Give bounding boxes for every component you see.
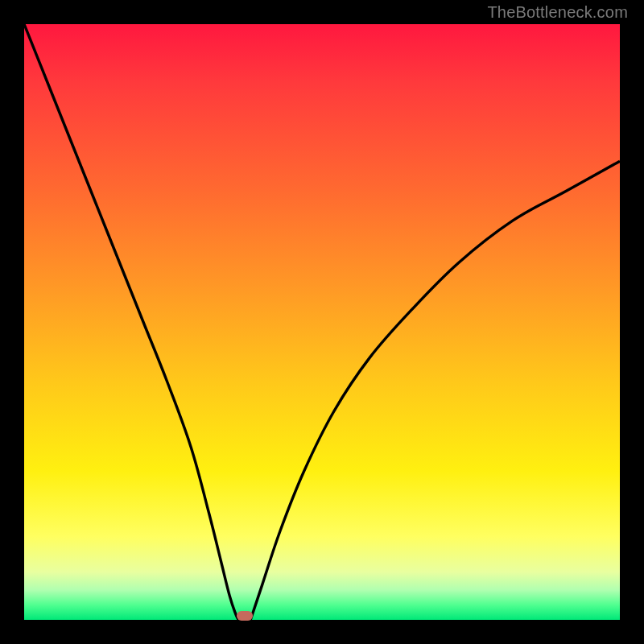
- curve-left-branch: [24, 24, 238, 620]
- chart-frame: TheBottleneck.com: [0, 0, 644, 644]
- plot-area: [24, 24, 620, 620]
- bottleneck-curve: [24, 24, 620, 620]
- watermark-text: TheBottleneck.com: [487, 3, 628, 22]
- optimal-point-marker: [237, 611, 253, 621]
- curve-right-branch: [250, 161, 620, 620]
